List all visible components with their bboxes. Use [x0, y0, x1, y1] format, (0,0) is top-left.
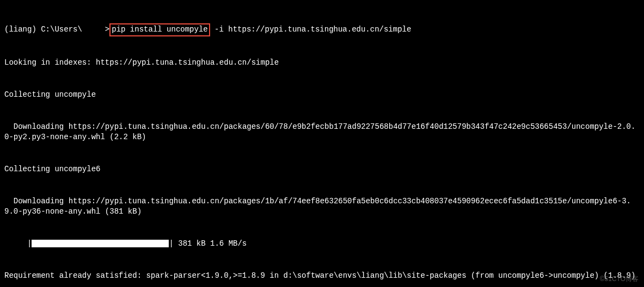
- watermark-text: ©51CTO博客: [600, 274, 639, 284]
- output-line: Collecting uncompyle: [4, 90, 640, 101]
- output-line: Requirement already satisfied: spark-par…: [4, 271, 640, 282]
- command-suffix: -i https://pypi.tuna.tsinghua.edu.cn/sim…: [210, 25, 412, 34]
- progress-suffix: | 381 kB 1.6 MB/s: [169, 239, 247, 248]
- output-line: Downloading https://pypi.tuna.tsinghua.e…: [4, 122, 640, 143]
- output-line: Collecting uncompyle6: [4, 164, 640, 175]
- progress-bar-fill: [32, 240, 169, 247]
- command-prompt-line: (liang) C:\Users\ >pip install uncompyle…: [4, 23, 640, 36]
- terminal-output[interactable]: (liang) C:\Users\ >pip install uncompyle…: [4, 2, 640, 287]
- path-text: C:\Users\: [41, 25, 82, 34]
- output-line: Looking in indexes: https://pypi.tuna.ts…: [4, 58, 640, 68]
- progress-prefix: |: [4, 239, 32, 248]
- output-line: Downloading https://pypi.tuna.tsinghua.e…: [4, 196, 640, 217]
- prompt-separator: >: [105, 25, 109, 34]
- highlighted-command: pip install uncompyle: [109, 23, 210, 36]
- env-prefix: (liang): [4, 25, 36, 34]
- progress-line: || 381 kB 1.6 MB/s: [4, 239, 640, 249]
